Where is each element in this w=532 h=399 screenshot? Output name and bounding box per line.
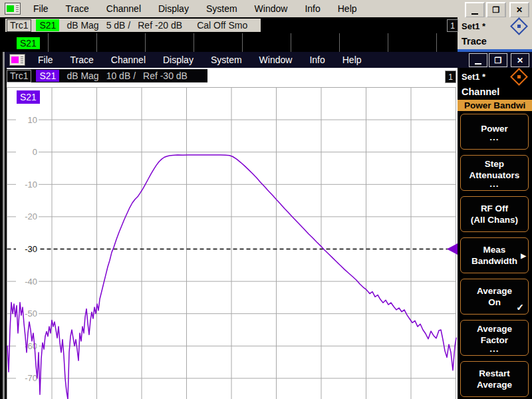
- menu-item-info[interactable]: Info: [296, 0, 329, 17]
- menu-item-system[interactable]: System: [198, 0, 246, 17]
- submenu-arrow-icon: ▶: [521, 250, 526, 261]
- softkey-label: Restart: [479, 368, 510, 379]
- trace-name-box[interactable]: Trc1: [7, 19, 31, 32]
- front-plot-area[interactable]: [7, 68, 458, 399]
- minimize-icon: [471, 13, 478, 15]
- trace-format: dB Mag: [66, 70, 98, 81]
- back-menu-items: FileTraceChannelDisplaySystemWindowInfoH…: [25, 0, 366, 17]
- ellipsis-label: ...: [489, 346, 499, 352]
- restore-button[interactable]: ❐: [489, 53, 507, 67]
- softkey-label: Average: [477, 379, 512, 390]
- back-trace-legend-label[interactable]: S21: [17, 37, 40, 49]
- softkey-label: Average: [477, 285, 512, 297]
- front-sidebar-heading[interactable]: Channel: [458, 84, 532, 98]
- menu-item-channel[interactable]: Channel: [102, 51, 154, 68]
- screen-glyph-icon: [7, 5, 14, 12]
- menu-item-help[interactable]: Help: [329, 0, 366, 17]
- rs-logo-icon: [510, 17, 528, 35]
- menu-item-trace[interactable]: Trace: [57, 0, 98, 17]
- close-button[interactable]: ✕: [509, 2, 529, 18]
- menu-item-channel[interactable]: Channel: [98, 0, 150, 17]
- keypad-glyph-icon: [16, 5, 19, 12]
- softkey-label: RF Off: [481, 203, 508, 214]
- minimize-icon: [475, 63, 481, 65]
- back-trace-info-bar: Trc1 S21 dB Mag 5 dB / Ref -20 dB Cal Of…: [5, 19, 261, 32]
- back-setup-name: Set1 *: [462, 21, 485, 31]
- keypad-glyph-icon: [21, 57, 23, 63]
- softkey-label: (All Chans): [471, 214, 518, 225]
- rs-logo-icon: [510, 68, 528, 86]
- front-trace-legend-label[interactable]: S21: [17, 90, 40, 104]
- channel-badge[interactable]: 1: [447, 19, 458, 32]
- softkey-label: Bandwidth: [471, 255, 517, 267]
- menu-item-file[interactable]: File: [25, 0, 57, 17]
- trace-reference: Ref -30 dB: [143, 70, 188, 81]
- menu-item-display[interactable]: Display: [154, 51, 202, 68]
- back-window-controls: ❐ ✕: [464, 2, 529, 18]
- parameter-chip[interactable]: S21: [36, 70, 59, 82]
- menu-item-help[interactable]: Help: [334, 51, 370, 68]
- softkey-meas-bandwidth[interactable]: MeasBandwidth▶: [460, 237, 529, 273]
- softkey-average-factor[interactable]: AverageFactor...: [460, 320, 529, 356]
- back-window-menubar: FileTraceChannelDisplaySystemWindowInfoH…: [0, 0, 532, 17]
- back-sidebar-heading[interactable]: Trace: [458, 34, 532, 48]
- menu-item-file[interactable]: File: [29, 51, 62, 68]
- menu-item-system[interactable]: System: [202, 51, 251, 68]
- softkey-restart-average[interactable]: RestartAverage: [460, 361, 529, 397]
- front-menu-items: FileTraceChannelDisplaySystemWindowInfoH…: [29, 52, 370, 68]
- menu-item-display[interactable]: Display: [150, 0, 198, 17]
- softkey-label: Meas: [483, 244, 506, 255]
- menu-item-info[interactable]: Info: [301, 51, 333, 68]
- softkey-step-attenuators[interactable]: StepAttenuators...: [460, 155, 529, 191]
- front-softkey-sidebar: Set1 * Channel Power Bandwi Power...Step…: [458, 68, 532, 399]
- trace-name-box[interactable]: Trc1: [7, 70, 31, 82]
- screen-glyph-icon: [11, 57, 19, 63]
- ellipsis-label: ...: [489, 134, 499, 141]
- softkey-rfoff-allchans[interactable]: RF Off(All Chans): [460, 196, 529, 232]
- close-button[interactable]: ✕: [511, 53, 529, 67]
- ellipsis-label: ...: [489, 181, 499, 188]
- front-window: FileTraceChannelDisplaySystemWindowInfoH…: [3, 52, 532, 399]
- trace-format: dB Mag: [66, 20, 98, 31]
- softkey-label: Average: [477, 323, 512, 334]
- menu-item-window[interactable]: Window: [251, 51, 301, 68]
- softkey-list: Power...StepAttenuators...RF Off(All Cha…: [458, 111, 532, 397]
- trace-scale: 5 dB /: [106, 20, 131, 31]
- front-window-menubar: FileTraceChannelDisplaySystemWindowInfoH…: [5, 52, 532, 68]
- analyzer-screen: FileTraceChannelDisplaySystemWindowInfoH…: [0, 0, 532, 399]
- front-trace-info-bar: Trc1 S21 dB Mag 10 dB / Ref -30 dB: [5, 69, 207, 82]
- trace-scale: 10 dB /: [106, 70, 136, 81]
- softkey-label: Step: [485, 158, 504, 170]
- softkey-average-on[interactable]: AverageOn✓: [460, 279, 529, 315]
- minimize-button[interactable]: [465, 2, 485, 18]
- front-setup-name: Set1 *: [462, 72, 485, 82]
- parameter-chip[interactable]: S21: [36, 19, 59, 31]
- checkmark-icon: ✓: [516, 302, 524, 313]
- trace-reference: Ref -20 dB: [138, 20, 182, 31]
- channel-badge[interactable]: 1: [445, 70, 456, 83]
- menu-item-trace[interactable]: Trace: [62, 51, 102, 68]
- trace-status: Cal Off Smo: [197, 20, 247, 31]
- instrument-app-icon[interactable]: [5, 3, 21, 15]
- minimize-button[interactable]: [469, 53, 487, 67]
- softkey-power[interactable]: Power...: [460, 114, 529, 150]
- restore-button[interactable]: ❐: [486, 2, 506, 18]
- menu-item-window[interactable]: Window: [246, 0, 297, 17]
- front-window-controls: ❐ ✕: [467, 53, 529, 67]
- instrument-app-icon[interactable]: [9, 54, 25, 66]
- active-submenu-bar[interactable]: Power Bandwi: [458, 100, 532, 111]
- softkey-label: On: [488, 297, 501, 308]
